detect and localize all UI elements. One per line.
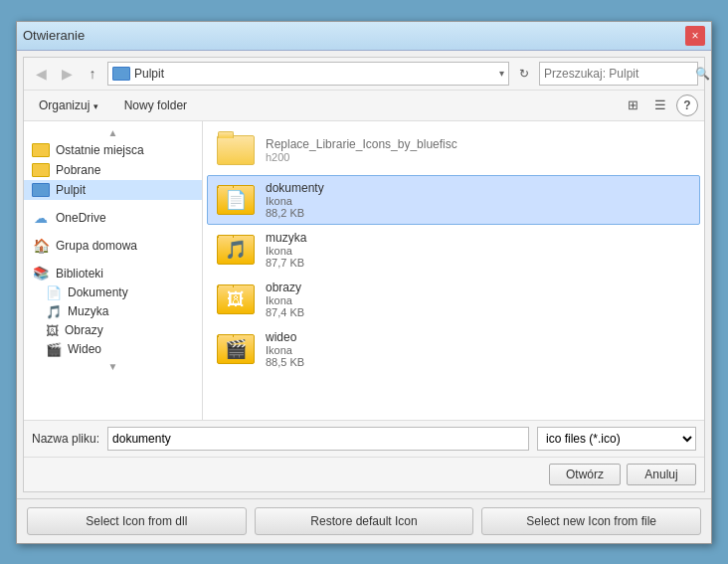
refresh-button[interactable]: ↻ [513,63,535,85]
folder-music-icon: 🎵 [217,235,255,265]
open-button[interactable]: Otwórz [549,464,621,485]
sidebar-item-desktop[interactable]: Pulpit [24,180,202,200]
video-overlay-icon: 🎬 [225,340,247,358]
file-info-obrazy: obrazy Ikona 87,4 KB [266,281,691,318]
file-info-wideo: wideo Ikona 88,5 KB [266,330,691,368]
sidebar-item-documents-label: Dokumenty [68,285,128,299]
close-button[interactable]: × [685,26,705,46]
organize-arrow: ▾ [93,101,98,111]
file-name-obrazy: obrazy [266,281,691,294]
sidebar-item-onedrive[interactable]: ☁ OneDrive [24,208,202,228]
filename-input[interactable] [107,427,529,451]
file-size-dokumenty: 88,2 KB [266,207,691,219]
sidebar-scroll-down: ▼ [24,359,202,374]
sidebar-item-video-label: Wideo [68,342,101,356]
sidebar-scroll-up: ▲ [24,125,202,140]
view-toggle-button[interactable]: ⊞ [621,94,644,116]
images-overlay-icon: 🖼 [227,290,245,308]
sidebar: ▲ Ostatnie miejsca Pobrane Pulpit ☁ OneD… [24,121,203,420]
file-type-muzyka: Ikona [266,245,691,257]
sidebar-item-homegroup-label: Grupa domowa [56,239,137,253]
forward-button[interactable]: ▶ [56,63,78,85]
folder-video-icon: 🎬 [217,334,255,364]
dialog-content: ◀ ▶ ↑ Pulpit ▾ ↻ 🔍 Organizuj ▾ Nowy fold… [23,57,705,492]
filetype-select[interactable]: ico files (*.ico) [537,427,696,451]
sidebar-item-video[interactable]: 🎬 Wideo [24,340,202,359]
file-size-obrazy: 87,4 KB [266,306,691,318]
file-item-muzyka[interactable]: 🎵 muzyka Ikona 87,7 KB [207,225,700,275]
bottom-buttons: Select Icon from dll Restore default Ico… [17,498,711,543]
docs-overlay-icon: 📄 [225,191,247,209]
file-icon-obrazy: 🖼 [216,280,256,319]
sidebar-item-onedrive-label: OneDrive [56,211,106,225]
back-button[interactable]: ◀ [30,63,52,85]
select-dll-button[interactable]: Select Icon from dll [27,507,247,535]
sidebar-item-music-label: Muzyka [68,304,108,318]
video-icon: 🎬 [46,342,62,357]
folder-large-icon [217,135,255,165]
sidebar-item-libraries-label: Biblioteki [56,267,103,281]
downloads-icon [32,163,50,177]
sidebar-item-documents[interactable]: 📄 Dokumenty [24,283,202,302]
search-icon: 🔍 [695,67,710,81]
action-buttons: Otwórz Anuluj [24,457,704,491]
music-overlay-icon: 🎵 [225,241,247,259]
file-info-muzyka: muzyka Ikona 87,7 KB [266,231,691,269]
file-item-dokumenty[interactable]: 📄 dokumenty Ikona 88,2 KB [207,175,700,225]
file-size-muzyka: 87,7 KB [266,257,691,269]
onedrive-icon: ☁ [32,211,50,225]
desktop-icon [32,183,50,197]
help-button[interactable]: ? [676,94,698,116]
documents-icon: 📄 [46,285,62,300]
sidebar-item-libraries[interactable]: 📚 Biblioteki [24,264,202,283]
file-list: Replace_Librarie_Icons_by_bluefisc h200 … [203,121,704,420]
sidebar-item-music[interactable]: 🎵 Muzyka [24,302,202,321]
sidebar-item-desktop-label: Pulpit [56,183,86,197]
view-details-button[interactable]: ☰ [648,94,672,116]
new-folder-button[interactable]: Nowy folder [115,95,196,115]
file-preview-info: Replace_Librarie_Icons_by_bluefisc h200 [266,137,691,163]
address-dropdown-button[interactable]: ▾ [499,68,504,79]
file-icon-dokumenty: 📄 [216,180,256,220]
file-size-wideo: 88,5 KB [266,356,691,368]
file-item-wideo[interactable]: 🎬 wideo Ikona 88,5 KB [207,324,700,374]
sidebar-item-downloads[interactable]: Pobrane [24,160,202,180]
libraries-icon: 📚 [32,267,50,281]
dialog-title: Otwieranie [23,28,85,43]
file-item-preview[interactable]: Replace_Librarie_Icons_by_bluefisc h200 [207,125,700,175]
navigation-toolbar: ◀ ▶ ↑ Pulpit ▾ ↻ 🔍 [24,58,704,91]
file-name-muzyka: muzyka [266,231,691,245]
file-preview-icon [216,130,256,170]
recent-icon [32,143,50,157]
search-input[interactable] [544,67,693,81]
file-item-obrazy[interactable]: 🖼 obrazy Ikona 87,4 KB [207,275,700,324]
cancel-button[interactable]: Anuluj [627,464,696,485]
filename-label: Nazwa pliku: [32,432,99,446]
file-preview-name: Replace_Librarie_Icons_by_bluefisc [266,137,691,151]
folder-images-icon: 🖼 [217,284,255,314]
search-box: 🔍 [539,62,698,86]
view-options: ⊞ ☰ ? [621,94,698,116]
select-new-icon-button[interactable]: Select new Icon from file [481,507,701,535]
sidebar-item-images[interactable]: 🖼 Obrazy [24,321,202,340]
filename-input-wrapper [107,427,529,451]
file-type-dokumenty: Ikona [266,195,691,207]
address-bar: Pulpit ▾ [107,62,509,86]
homegroup-icon: 🏠 [32,239,50,253]
folder-docs-icon: 📄 [217,185,255,215]
images-icon: 🖼 [46,323,59,338]
file-name-dokumenty: dokumenty [266,181,691,195]
sidebar-item-recent[interactable]: Ostatnie miejsca [24,140,202,160]
sidebar-item-images-label: Obrazy [65,323,103,337]
file-name-wideo: wideo [266,330,691,344]
action-toolbar: Organizuj ▾ Nowy folder ⊞ ☰ ? [24,91,704,121]
file-info-dokumenty: dokumenty Ikona 88,2 KB [266,181,691,219]
file-icon-muzyka: 🎵 [216,230,256,270]
sidebar-item-homegroup[interactable]: 🏠 Grupa domowa [24,236,202,256]
file-type-wideo: Ikona [266,344,691,356]
address-text: Pulpit [134,67,495,81]
organize-button[interactable]: Organizuj ▾ [30,95,107,115]
restore-default-button[interactable]: Restore default Icon [255,507,474,535]
up-button[interactable]: ↑ [82,63,103,85]
main-content: ▲ Ostatnie miejsca Pobrane Pulpit ☁ OneD… [24,121,704,420]
